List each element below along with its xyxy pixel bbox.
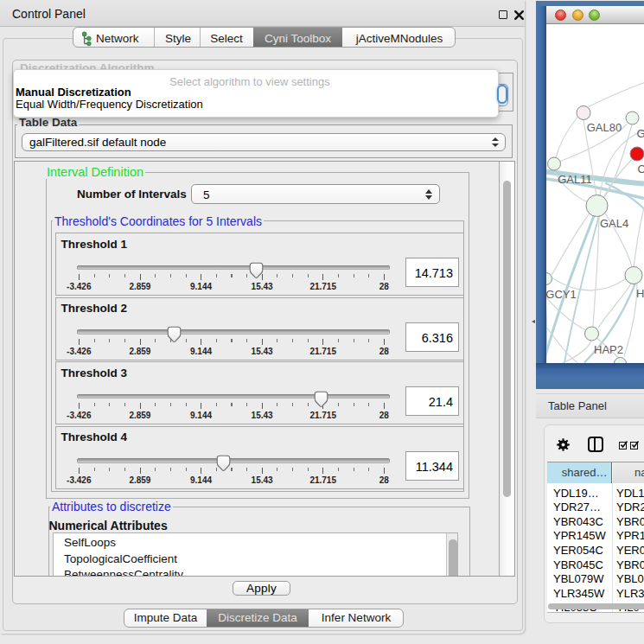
svg-text:GAL11: GAL11 [558, 173, 592, 186]
svg-text:GCY1: GCY1 [546, 288, 577, 301]
svg-text:GA: GA [637, 126, 644, 139]
svg-text:HAP2: HAP2 [594, 342, 623, 355]
svg-text:H: H [636, 286, 644, 299]
svg-text:GAL80: GAL80 [587, 121, 622, 134]
svg-text:C: C [638, 162, 644, 175]
svg-text:GAL4: GAL4 [600, 217, 628, 230]
